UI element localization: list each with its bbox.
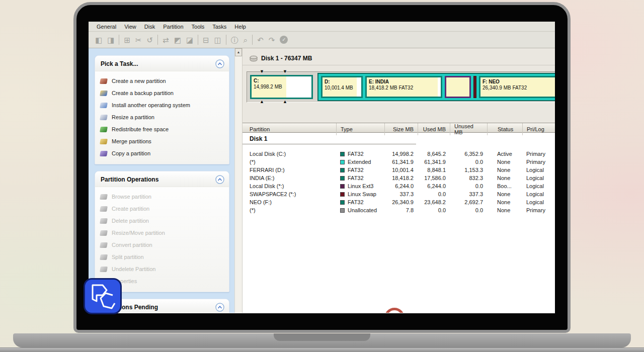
partition-block-e-india[interactable]: E: INDIA18,418.2 MB FAT32 xyxy=(365,76,442,98)
menu-partition[interactable]: Partition xyxy=(159,23,187,31)
cell-type: FAT32 xyxy=(336,167,384,173)
copy-icon[interactable]: ◫ xyxy=(214,36,221,44)
redistribute-free-space-icon xyxy=(100,127,108,132)
column-header-used-mb[interactable]: Used MB xyxy=(418,123,450,135)
table-row-ferrari-d-fat32[interactable]: FERRARI (D:)FAT3210,001.48,848.11,153.3N… xyxy=(243,166,555,174)
scroll-up-button[interactable]: ▲ xyxy=(235,48,242,56)
delete-partition-icon[interactable]: ✂ xyxy=(135,36,142,44)
partition-block-d[interactable]: D:10,001.4 MB xyxy=(321,76,363,98)
task-create-a-new-partition[interactable]: Create a new partition xyxy=(100,75,226,87)
menu-help[interactable]: Help xyxy=(230,23,250,31)
cell-size: 26,340.9 xyxy=(384,199,418,205)
task-label: Resize a partition xyxy=(112,114,154,120)
merge-partitions-icon xyxy=(100,139,108,144)
zoom-icon[interactable]: ⌕ xyxy=(244,36,248,44)
task-create-a-backup-partition[interactable]: Create a backup partition xyxy=(100,87,226,99)
column-header-status[interactable]: Status xyxy=(487,123,522,135)
convert-partition-icon xyxy=(100,242,108,248)
partition-block-c[interactable]: C:14,998.2 MB▼▼▲▲ xyxy=(250,75,313,99)
column-header-size-mb[interactable]: Size MB xyxy=(384,123,418,135)
task-label: Redistribute free space xyxy=(112,126,169,132)
collapse-chevron-icon[interactable] xyxy=(215,303,224,312)
type-name: FAT32 xyxy=(348,151,364,157)
type-name: Linux Ext3 xyxy=(348,183,373,189)
cell-status: None xyxy=(487,199,522,205)
task-copy-a-partition[interactable]: Copy a partition xyxy=(100,147,226,159)
apply-changes-icon[interactable]: ✓ xyxy=(280,36,288,44)
cell-status: Boo... xyxy=(487,183,522,189)
toolbar-group: ↶↷✓ xyxy=(253,36,292,44)
cell-status: None xyxy=(487,175,522,181)
undo-icon[interactable]: ↶ xyxy=(257,36,264,44)
partition-size: 26,340.9 MB FAT32 xyxy=(482,85,555,91)
task-label: Copy a partition xyxy=(112,150,150,156)
partition-used-fill xyxy=(446,77,469,97)
sidebar-scrollbar[interactable]: ▲ xyxy=(234,48,243,313)
column-header-type[interactable]: Type xyxy=(336,123,384,135)
collapse-chevron-icon[interactable] xyxy=(215,59,224,68)
resize-icon[interactable]: ⇄ xyxy=(163,36,169,44)
menu-tasks[interactable]: Tasks xyxy=(208,23,230,31)
partition-block-f-neo[interactable]: F: NEO26,340.9 MB FAT32 xyxy=(479,76,555,98)
partition-block-swap[interactable] xyxy=(473,76,476,98)
convert-icon[interactable]: ◩ xyxy=(174,36,181,44)
column-header-partition[interactable]: Partition xyxy=(243,123,336,135)
task-label: Undelete Partition xyxy=(112,266,155,272)
task-label: Delete partition xyxy=(112,218,149,224)
cell-unused: 2,692.7 xyxy=(450,199,487,205)
partition-block-ext3[interactable] xyxy=(445,76,471,98)
cell-used: 61,341.9 xyxy=(418,159,450,165)
pc-logo xyxy=(84,278,122,314)
cell-partition: Local Disk (*:) xyxy=(243,183,336,189)
create-backup-icon[interactable]: ◨ xyxy=(107,36,114,44)
undelete-icon[interactable]: ↺ xyxy=(147,36,153,44)
table-row-unallocated[interactable]: (*)Unallocated7.80.00.0NonePrimary xyxy=(243,206,555,214)
cell-partition: (*) xyxy=(243,159,336,165)
cell-size: 337.3 xyxy=(384,191,418,197)
menu-general[interactable]: General xyxy=(93,23,120,31)
table-row-india-e-fat32[interactable]: INDIA (E:)FAT3218,418.217,586.0832.3None… xyxy=(243,174,555,182)
cell-unused: 0.0 xyxy=(450,183,487,189)
partition-letter: D: xyxy=(325,79,361,85)
task-merge-partitions[interactable]: Merge partitions xyxy=(100,135,226,147)
task-undelete-partition: Undelete Partition xyxy=(100,263,226,275)
column-header-unused-mb[interactable]: Unused MB xyxy=(450,123,487,135)
cell-pri-log: Primary xyxy=(522,207,555,213)
table-row-extended[interactable]: (*)Extended61,341.961,341.90.0NonePrimar… xyxy=(243,158,555,166)
create-partition-icon xyxy=(100,206,108,212)
redo-icon[interactable]: ↷ xyxy=(269,36,275,44)
merge-icon[interactable]: ⊟ xyxy=(203,36,209,44)
info-icon[interactable]: ⓘ xyxy=(231,36,238,44)
fs-color-swatch xyxy=(340,200,345,205)
table-row-local-disk-c-fat32[interactable]: Local Disk (C:)FAT3214,998.28,645.26,352… xyxy=(243,150,555,158)
task-redistribute-free-space[interactable]: Redistribute free space xyxy=(100,123,226,135)
table-row-swapspace2-linux-swap[interactable]: SWAPSPACE2 (*:)Linux Swap337.30.0337.3No… xyxy=(243,190,555,198)
type-name: FAT32 xyxy=(348,167,364,173)
collapse-chevron-icon[interactable] xyxy=(215,175,224,184)
menu-view[interactable]: View xyxy=(120,23,140,31)
task-label: Browse partition xyxy=(112,194,151,200)
type-name: FAT32 xyxy=(348,175,364,181)
cell-type: Extended xyxy=(336,159,384,165)
create-partition-icon[interactable]: ◧ xyxy=(95,36,102,44)
fs-color-swatch xyxy=(340,168,345,172)
split-partition-icon xyxy=(100,254,108,260)
table-row-local-disk-linux-ext3[interactable]: Local Disk (*:)Linux Ext36,244.06,244.00… xyxy=(243,182,555,190)
split-icon[interactable]: ◪ xyxy=(186,36,193,44)
cell-unused: 1,153.3 xyxy=(450,167,487,173)
cell-pri-log: Primary xyxy=(522,151,555,157)
task-install-another-operating-system[interactable]: Install another operating system xyxy=(100,99,226,111)
menu-disk[interactable]: Disk xyxy=(140,23,159,31)
cell-used: 6,244.0 xyxy=(418,183,450,189)
task-resize-a-partition[interactable]: Resize a partition xyxy=(100,111,226,123)
partition-table: PartitionTypeSize MBUsed MBUnused MBStat… xyxy=(243,123,555,313)
table-row-neo-f-fat32[interactable]: NEO (F:)FAT3226,340.923,648.22,692.7None… xyxy=(243,198,555,206)
sidebar: Pick a Task... Create a new partitionCre… xyxy=(89,48,234,313)
cell-partition: FERRARI (D:) xyxy=(243,167,336,173)
partition-size: 10,001.4 MB xyxy=(325,85,361,91)
resize-move-partition-icon xyxy=(100,230,108,236)
column-header-pri-log[interactable]: Pri/Log xyxy=(522,123,555,135)
format-partition-icon[interactable]: ⊞ xyxy=(124,36,130,44)
laptop-bottom-edge xyxy=(0,347,644,352)
menu-tools[interactable]: Tools xyxy=(188,23,209,31)
